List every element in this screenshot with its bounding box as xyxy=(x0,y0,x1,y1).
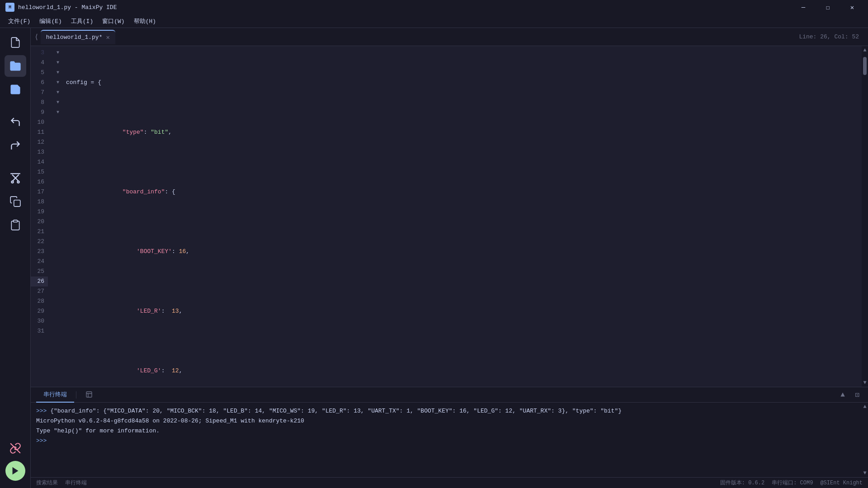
serial-terminal-status-tab[interactable]: 串行终端 xyxy=(65,479,87,487)
code-line-7: 'LED_R': 13, xyxy=(66,296,862,326)
scroll-up-arrow[interactable]: ▲ xyxy=(862,47,868,53)
paste-button[interactable] xyxy=(5,214,26,236)
menu-window[interactable]: 窗口(W) xyxy=(98,15,129,27)
redo-button[interactable] xyxy=(5,135,26,156)
terminal-line-1: >>> {"board_info": {"MICO_DATA": 20, "MI… xyxy=(36,406,856,416)
cursor-position: Line: 26, Col: 52 xyxy=(799,33,864,40)
app-icon: M xyxy=(5,3,14,12)
code-line-8: 'LED_G': 12, xyxy=(66,356,862,386)
terminal-scroll-up[interactable]: ▲ xyxy=(863,404,866,410)
terminal-scroll-down[interactable]: ▼ xyxy=(863,470,866,476)
svg-marker-8 xyxy=(12,467,18,475)
fold-21[interactable]: ▼ xyxy=(53,68,62,78)
tab-close-button[interactable]: ✕ xyxy=(106,33,109,41)
open-folder-button[interactable] xyxy=(5,55,26,77)
code-editor[interactable]: 3 4 5 6 7 8 9 10 11 12 13 14 15 16 17 18 xyxy=(31,46,868,387)
serial-terminal-tab-1[interactable]: 串行终端 xyxy=(36,387,74,403)
fold-27[interactable]: ▼ xyxy=(53,98,62,108)
sidebar xyxy=(0,28,31,488)
titlebar: M helloworld_1.py - MaixPy IDE — ☐ ✕ xyxy=(0,0,868,14)
fold-28[interactable]: ▼ xyxy=(53,108,62,117)
fold-3[interactable]: ▼ xyxy=(53,48,62,58)
fold-gutter: ▼ ▼ xyxy=(53,46,62,387)
run-button[interactable] xyxy=(5,461,25,481)
disconnect-button[interactable] xyxy=(5,437,26,459)
editor-area: ⟨ helloworld_1.py* ✕ Line: 26, Col: 52 3… xyxy=(31,28,868,488)
menu-tools[interactable]: 工具(I) xyxy=(66,15,98,27)
user-info: @SIEnt Knight xyxy=(820,480,863,486)
code-line-4: "type": "bit", xyxy=(66,117,862,147)
scroll-thumb[interactable] xyxy=(863,57,867,75)
terminal-prompt: >>> xyxy=(36,436,856,446)
menubar: 文件(F) 编辑(E) 工具(I) 窗口(W) 帮助(H) xyxy=(0,14,868,28)
cut-button[interactable] xyxy=(5,167,26,189)
fold-25[interactable]: ▼ xyxy=(53,88,62,98)
bottom-tabs: 串行终端 ▲ ⊡ xyxy=(31,387,868,403)
bottom-panel-controls: ▲ ⊡ xyxy=(837,389,863,400)
svg-rect-9 xyxy=(86,392,92,397)
bottom-panel: 串行终端 ▲ ⊡ >>> {"board_info": {"MI xyxy=(31,387,868,477)
menu-file[interactable]: 文件(F) xyxy=(4,15,35,27)
expand-panel-button[interactable]: ⊡ xyxy=(852,389,863,400)
new-file-button[interactable] xyxy=(5,32,26,53)
minimize-button[interactable]: — xyxy=(793,0,814,14)
scroll-down-arrow[interactable]: ▼ xyxy=(862,380,868,386)
collapse-panel-button[interactable]: ▲ xyxy=(837,389,848,400)
statusbar: 搜索结果 串行终端 固件版本: 0.6.2 串行端口: COM9 @SIEnt … xyxy=(31,477,868,488)
fold-5[interactable]: ▼ xyxy=(53,58,62,68)
line-numbers: 3 4 5 6 7 8 9 10 11 12 13 14 15 16 17 18 xyxy=(31,46,53,387)
code-line-5: "board_info": { xyxy=(66,177,862,207)
search-results-tab[interactable]: 搜索结果 xyxy=(36,479,58,487)
copy-button[interactable] xyxy=(5,191,26,212)
tab-helloworld[interactable]: helloworld_1.py* ✕ xyxy=(41,30,115,44)
close-button[interactable]: ✕ xyxy=(842,0,863,14)
statusbar-left: 搜索结果 串行终端 xyxy=(36,479,87,487)
tab-label: helloworld_1.py* xyxy=(46,34,103,41)
terminal-content[interactable]: >>> {"board_info": {"MICO_DATA": 20, "MI… xyxy=(31,403,862,477)
serial-port: 串行端口: COM9 xyxy=(772,479,813,487)
code-line-6: 'BOOT_KEY': 16, xyxy=(66,237,862,267)
code-content[interactable]: config = { "type": "bit", "board_info": … xyxy=(62,46,862,387)
tab-scroll-left[interactable]: ⟨ xyxy=(34,33,39,42)
firmware-version: 固件版本: 0.6.2 xyxy=(720,479,764,487)
main-area: ⟨ helloworld_1.py* ✕ Line: 26, Col: 52 3… xyxy=(0,28,868,488)
serial-terminal-tab-icon[interactable] xyxy=(78,387,100,403)
window-controls: — ☐ ✕ xyxy=(793,0,863,14)
fold-22[interactable]: ▼ xyxy=(53,78,62,88)
window-title: helloworld_1.py - MaixPy IDE xyxy=(18,4,793,11)
terminal-area: >>> {"board_info": {"MICO_DATA": 20, "MI… xyxy=(31,403,868,477)
maximize-button[interactable]: ☐ xyxy=(817,0,838,14)
editor-scrollbar[interactable]: ▲ ▼ xyxy=(862,46,868,387)
svg-rect-6 xyxy=(13,220,17,222)
terminal-line-2: MicroPython v0.6.2-84-g8fcd84a58 on 2022… xyxy=(36,416,856,426)
terminal-line-3: Type "help()" for more information. xyxy=(36,426,856,436)
save-button[interactable] xyxy=(5,79,26,100)
code-line-3: config = { xyxy=(66,78,862,88)
menu-help[interactable]: 帮助(H) xyxy=(129,15,160,27)
tabbar: ⟨ helloworld_1.py* ✕ Line: 26, Col: 52 xyxy=(31,28,868,46)
statusbar-right: 固件版本: 0.6.2 串行端口: COM9 @SIEnt Knight xyxy=(720,479,863,487)
terminal-scrollbar[interactable]: ▲ ▼ xyxy=(862,403,868,477)
svg-rect-5 xyxy=(14,200,20,206)
menu-edit[interactable]: 编辑(E) xyxy=(35,15,66,27)
undo-button[interactable] xyxy=(5,111,26,133)
